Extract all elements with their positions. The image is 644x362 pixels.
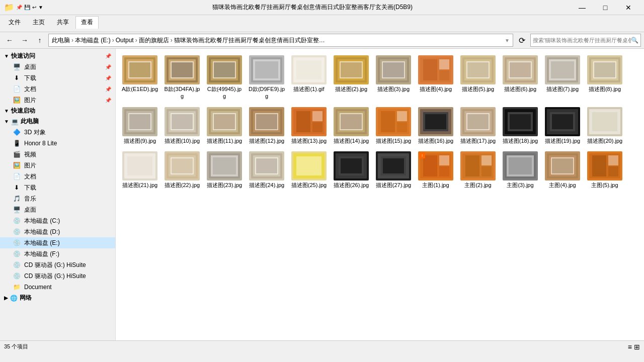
sidebar-item-3d[interactable]: 🔷 3D 对象	[0, 127, 115, 138]
file-item[interactable]: 主图(4).jpg	[542, 149, 583, 191]
sidebar-diskf-label: 本地磁盘 (F:)	[24, 250, 59, 258]
file-item[interactable]: 描述图(11).jpg	[204, 105, 245, 147]
statusbar: 35 个项目 ≡ ⊞	[0, 340, 644, 352]
sidebar-quickaccess-header[interactable]: ▼ 快速访问 📌	[0, 51, 115, 61]
sidebar-item-download[interactable]: ⬇ 下载 📌	[0, 72, 115, 83]
file-item[interactable]: 描述图(22).jpg	[162, 149, 202, 191]
file-label: B款(3D4FA).jpg	[164, 85, 201, 100]
file-thumbnail	[545, 151, 580, 180]
sidebar-thispc-header[interactable]: ▼ 💻 此电脑	[0, 116, 115, 127]
file-item[interactable]: 描述图(16).jpg	[416, 105, 456, 147]
file-item[interactable]: 描述图(20).jpg	[585, 105, 625, 147]
breadcrumb-shop[interactable]: 面的旗舰店	[139, 36, 169, 45]
breadcrumb-current[interactable]: 猫咪装饰画北欧餐厅挂画厨厅餐桌创意倩画日式卧室整画客厅玄关画(D5B9)	[174, 36, 325, 45]
file-thumbnail	[249, 107, 284, 136]
file-item[interactable]: 描述图(27).jpg	[373, 149, 414, 191]
address-box[interactable]: 此电脑 › 本地磁盘 (E:) › Output › 面的旗舰店 › 猫咪装饰画…	[48, 34, 513, 47]
file-item[interactable]: D款(D9FE9).jpg	[247, 53, 287, 103]
sidebar-item-diskc[interactable]: 💿 本地磁盘 (C:)	[0, 215, 115, 226]
window-controls: — □ ✕	[571, 0, 640, 15]
file-item[interactable]: 描述图(3).jpg	[373, 53, 414, 103]
view-grid-button[interactable]: ⊞	[634, 343, 640, 351]
tab-view[interactable]: 查看	[75, 16, 99, 29]
sidebar-network-header[interactable]: ▶ 🌐 网络	[0, 293, 115, 303]
tab-home[interactable]: 主页	[27, 16, 50, 29]
file-item[interactable]: 描述图(2).jpg	[331, 53, 371, 103]
sidebar-quickmove-header[interactable]: ▼ 快速启动	[0, 106, 115, 116]
sidebar-item-cdg1[interactable]: 💿 CD 驱动器 (G:) HiSuite	[0, 259, 115, 270]
sidebar-item-music[interactable]: 🎵 音乐	[0, 193, 115, 204]
sidebar-item-video[interactable]: 🎬 视频	[0, 149, 115, 160]
breadcrumb-output[interactable]: Output	[116, 37, 134, 44]
tab-file[interactable]: 文件	[3, 16, 26, 29]
sidebar-item-pictures[interactable]: 🖼️ 图片 📌	[0, 95, 115, 106]
file-item[interactable]: 描述图(15).jpg	[373, 105, 414, 147]
sidebar-pics-label: 图片	[24, 161, 36, 170]
dropdown-arrow[interactable]: ▼	[505, 38, 510, 43]
file-item[interactable]: 描述图(26).jpg	[331, 149, 371, 191]
sidebar-item-desktop2[interactable]: 🖥️ 桌面	[0, 204, 115, 215]
close-button[interactable]: ✕	[617, 0, 640, 15]
svg-rect-85	[341, 114, 362, 129]
file-item[interactable]: 描述图(12).jpg	[247, 105, 287, 147]
sidebar-item-desktop[interactable]: 🖥️ 桌面 📌	[0, 61, 115, 72]
file-item[interactable]: 描述图(24).jpg	[247, 149, 287, 191]
file-item[interactable]: 描述图(9).jpg	[120, 105, 160, 147]
file-item[interactable]: 主图(2).jpg	[458, 149, 498, 191]
file-item[interactable]: 描述图(14).jpg	[331, 105, 371, 147]
3d-icon: 🔷	[12, 128, 21, 137]
search-input[interactable]	[533, 37, 631, 43]
file-item[interactable]: 描述图(4).jpg	[416, 53, 456, 103]
file-item[interactable]: 描述图(13).jpg	[289, 105, 329, 147]
search-box[interactable]: 🔍	[530, 34, 641, 47]
file-item[interactable]: 主图(5).jpg	[585, 149, 625, 191]
file-label: 描述图(19).jpg	[545, 137, 580, 144]
up-button[interactable]: ↑	[33, 34, 46, 46]
sidebar-item-pics[interactable]: 🖼️ 图片	[0, 160, 115, 171]
view-list-button[interactable]: ≡	[628, 343, 632, 351]
tab-share[interactable]: 共享	[51, 16, 74, 29]
file-item[interactable]: 描述图(7).jpg	[542, 53, 583, 103]
file-label: 描述图(13).jpg	[291, 137, 327, 144]
file-item[interactable]: !主图(1).jpg	[416, 149, 456, 191]
back-button[interactable]: ←	[3, 34, 16, 46]
file-item[interactable]: C款(49945).jpg	[204, 53, 245, 103]
file-label: 描述图(18).jpg	[503, 137, 538, 144]
file-item[interactable]: 描述图(25).jpg	[289, 149, 329, 191]
file-item[interactable]: 描述图(23).jpg	[204, 149, 245, 191]
sidebar-item-diskf[interactable]: 💿 本地磁盘 (F:)	[0, 248, 115, 259]
sidebar-item-diske[interactable]: 💿 本地磁盘 (E:)	[0, 237, 115, 248]
sidebar-item-diskd[interactable]: 💿 本地磁盘 (D:)	[0, 226, 115, 237]
file-item[interactable]: 描述图(6).jpg	[500, 53, 540, 103]
sidebar-item-dl[interactable]: ⬇ 下载	[0, 182, 115, 193]
refresh-button[interactable]: ⟳	[515, 34, 528, 47]
sidebar-item-cdg2[interactable]: 💿 CD 驱动器 (G:) HiSuite	[0, 270, 115, 282]
sidebar-item-honor[interactable]: 📱 Honor 8 Lite	[0, 138, 115, 149]
file-item[interactable]: 描述图(5).jpg	[458, 53, 498, 103]
file-item[interactable]: 描述图(19).jpg	[542, 105, 583, 147]
breadcrumb-e[interactable]: 本地磁盘 (E:)	[75, 36, 111, 45]
sidebar-item-document[interactable]: 📁 Document	[0, 282, 115, 293]
file-item[interactable]: 描述图(1).gif	[289, 53, 329, 103]
maximize-button[interactable]: □	[594, 0, 617, 15]
file-thumbnail	[503, 107, 538, 136]
file-item[interactable]: 主图(3).jpg	[500, 149, 540, 191]
sidebar-item-docs[interactable]: 📄 文档	[0, 171, 115, 182]
file-grid: A款(E1ED).jpgB款(3D4FA).jpgC款(49945).jpgD款…	[120, 53, 640, 191]
forward-button[interactable]: →	[18, 34, 31, 46]
file-item[interactable]: 描述图(21).jpg	[120, 149, 160, 191]
file-item[interactable]: 描述图(10).jpg	[162, 105, 202, 147]
svg-rect-164	[608, 166, 618, 176]
pin-icon2: 📌	[105, 75, 111, 81]
file-item[interactable]: B款(3D4FA).jpg	[162, 53, 202, 103]
breadcrumb-pc[interactable]: 此电脑	[52, 36, 70, 45]
file-label: 描述图(17).jpg	[460, 137, 496, 144]
file-item[interactable]: 描述图(8).jpg	[585, 53, 625, 103]
file-item[interactable]: 描述图(18).jpg	[500, 105, 540, 147]
search-icon[interactable]: 🔍	[631, 37, 638, 44]
file-item[interactable]: 描述图(17).jpg	[458, 105, 498, 147]
sidebar-item-doc[interactable]: 📄 文档 📌	[0, 83, 115, 95]
minimize-button[interactable]: —	[571, 0, 594, 15]
svg-rect-149	[481, 155, 492, 165]
file-item[interactable]: A款(E1ED).jpg	[120, 53, 160, 103]
